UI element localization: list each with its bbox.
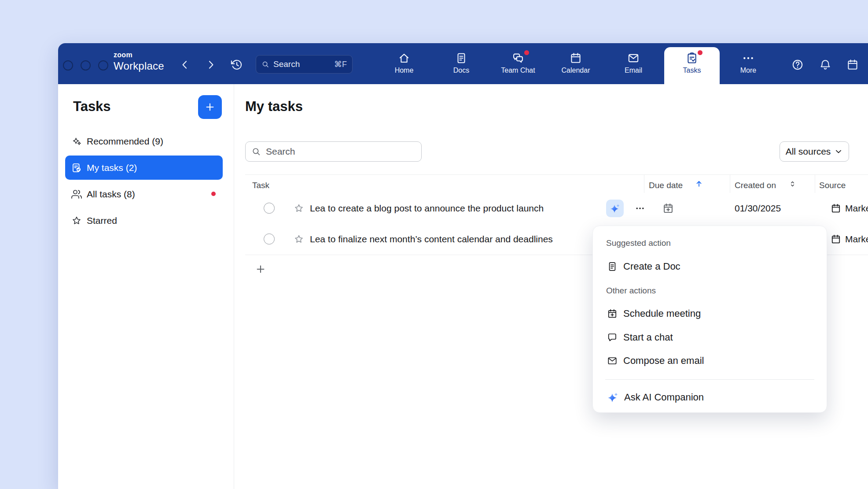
task-row-1[interactable]: Lea to create a blog post to announce th… bbox=[245, 193, 868, 224]
calendar-icon bbox=[846, 59, 859, 71]
nav-item-more[interactable]: More bbox=[723, 49, 774, 82]
sidebar-item-recommended[interactable]: Recommended (9) bbox=[65, 129, 223, 153]
star-icon[interactable] bbox=[294, 234, 304, 244]
menu-item-label: Create a Doc bbox=[623, 261, 680, 272]
task-created-date: 01/30/2025 bbox=[735, 203, 781, 214]
menu-item-label: Schedule meeting bbox=[623, 308, 701, 319]
sidebar-title: Tasks bbox=[73, 99, 111, 115]
tasks-sidebar: Tasks Recommended (9) My tasks (2) All t… bbox=[58, 84, 234, 489]
document-icon bbox=[455, 52, 467, 64]
home-icon bbox=[398, 52, 410, 64]
menu-divider bbox=[605, 379, 814, 380]
schedule-button[interactable] bbox=[846, 59, 859, 71]
global-search[interactable]: Search ⌘F bbox=[256, 55, 353, 74]
sidebar-label-my-tasks: My tasks (2) bbox=[87, 163, 137, 173]
notifications-button[interactable] bbox=[819, 59, 831, 71]
people-icon bbox=[71, 189, 82, 200]
clipboard-check-icon bbox=[686, 52, 698, 64]
sidebar-label-all-tasks: All tasks (8) bbox=[87, 189, 135, 200]
task-complete-checkbox[interactable] bbox=[264, 233, 275, 244]
calendar-icon bbox=[831, 234, 841, 244]
envelope-icon bbox=[607, 356, 618, 366]
nav-item-team-chat[interactable]: Team Chat bbox=[493, 49, 544, 82]
column-header-source: Source bbox=[819, 181, 846, 190]
task-search-input[interactable] bbox=[265, 146, 416, 157]
star-icon[interactable] bbox=[294, 203, 304, 214]
column-header-due-date[interactable]: Due date bbox=[649, 181, 683, 190]
nav-item-email[interactable]: Email bbox=[608, 49, 659, 82]
new-task-button[interactable] bbox=[198, 95, 222, 119]
nav-label-more: More bbox=[740, 67, 756, 74]
task-source: Market bbox=[845, 203, 868, 214]
nav-item-docs[interactable]: Docs bbox=[436, 49, 487, 82]
calendar-icon bbox=[570, 52, 582, 64]
sort-toggle-icon[interactable] bbox=[788, 180, 797, 188]
nav-back-button[interactable] bbox=[179, 59, 191, 71]
nav-label-docs: Docs bbox=[453, 67, 469, 74]
app-topbar: zoom Workplace Search ⌘F Home Docs Team … bbox=[58, 43, 868, 84]
bell-icon bbox=[819, 59, 831, 71]
nav-item-calendar[interactable]: Calendar bbox=[550, 49, 601, 82]
help-button[interactable] bbox=[791, 59, 804, 71]
sidebar-item-starred[interactable]: Starred bbox=[65, 208, 223, 233]
menu-item-ask-ai-companion[interactable]: Ask AI Companion bbox=[599, 385, 820, 410]
window-control-2[interactable] bbox=[81, 60, 91, 70]
chevron-down-icon bbox=[834, 147, 843, 156]
search-icon bbox=[251, 147, 261, 156]
task-list-icon bbox=[71, 163, 82, 173]
menu-section-other: Other actions bbox=[606, 286, 656, 296]
task-title: Lea to finalize next month’s content cal… bbox=[310, 234, 553, 244]
menu-item-create-doc[interactable]: Create a Doc bbox=[599, 254, 820, 279]
search-icon bbox=[261, 60, 269, 68]
envelope-icon bbox=[627, 52, 640, 64]
search-shortcut: ⌘F bbox=[334, 59, 347, 69]
menu-item-schedule-meeting[interactable]: Schedule meeting bbox=[599, 301, 820, 326]
task-source: Market bbox=[845, 234, 868, 244]
menu-item-label: Compose an email bbox=[623, 355, 704, 367]
plus-icon bbox=[204, 101, 216, 113]
task-search-field[interactable] bbox=[245, 141, 422, 162]
nav-label-calendar: Calendar bbox=[562, 67, 590, 74]
history-button[interactable] bbox=[231, 59, 243, 71]
logo-zoom: zoom bbox=[114, 52, 164, 59]
nav-label-team-chat: Team Chat bbox=[501, 67, 535, 74]
chat-bubbles-icon bbox=[512, 52, 524, 64]
calendar-icon bbox=[831, 203, 841, 214]
help-icon bbox=[791, 59, 804, 71]
column-header-created-on[interactable]: Created on bbox=[735, 181, 776, 190]
menu-item-compose-email[interactable]: Compose an email bbox=[599, 348, 820, 373]
zoom-workplace-logo: zoom Workplace bbox=[114, 52, 164, 71]
plus-icon bbox=[255, 263, 266, 275]
chat-bubble-icon bbox=[607, 332, 618, 343]
sparkles-icon bbox=[71, 136, 82, 147]
ai-companion-icon bbox=[607, 392, 618, 403]
sources-filter-dropdown[interactable]: All sources bbox=[780, 141, 849, 162]
column-header-task: Task bbox=[252, 181, 269, 190]
window-control-1[interactable] bbox=[63, 60, 73, 70]
sort-ascending-arrow-icon[interactable] bbox=[695, 179, 703, 188]
sidebar-label-starred: Starred bbox=[87, 215, 117, 226]
calendar-plus-icon bbox=[662, 203, 674, 214]
history-icon bbox=[231, 59, 243, 71]
sidebar-item-my-tasks[interactable]: My tasks (2) bbox=[65, 156, 223, 180]
nav-item-home[interactable]: Home bbox=[379, 49, 430, 82]
menu-item-label: Ask AI Companion bbox=[624, 392, 704, 403]
task-complete-checkbox[interactable] bbox=[264, 203, 275, 214]
app-window: zoom Workplace Search ⌘F Home Docs Team … bbox=[58, 43, 868, 489]
logo-workplace: Workplace bbox=[114, 61, 164, 71]
nav-forward-button[interactable] bbox=[205, 59, 217, 71]
nav-item-tasks-active[interactable]: Tasks bbox=[664, 47, 720, 84]
sidebar-item-all-tasks[interactable]: All tasks (8) bbox=[65, 182, 223, 206]
star-icon bbox=[71, 215, 82, 226]
global-search-placeholder: Search bbox=[273, 59, 300, 69]
window-control-3[interactable] bbox=[98, 60, 108, 70]
add-task-button[interactable] bbox=[255, 263, 266, 275]
document-icon bbox=[607, 261, 618, 272]
all-tasks-notification-dot bbox=[211, 192, 216, 196]
menu-item-start-chat[interactable]: Start a chat bbox=[599, 325, 820, 350]
ellipsis-icon bbox=[635, 204, 645, 213]
task-more-button[interactable] bbox=[635, 204, 645, 213]
add-due-date-button[interactable] bbox=[662, 203, 674, 214]
page-title: My tasks bbox=[245, 99, 303, 115]
ai-companion-button[interactable] bbox=[606, 200, 624, 217]
